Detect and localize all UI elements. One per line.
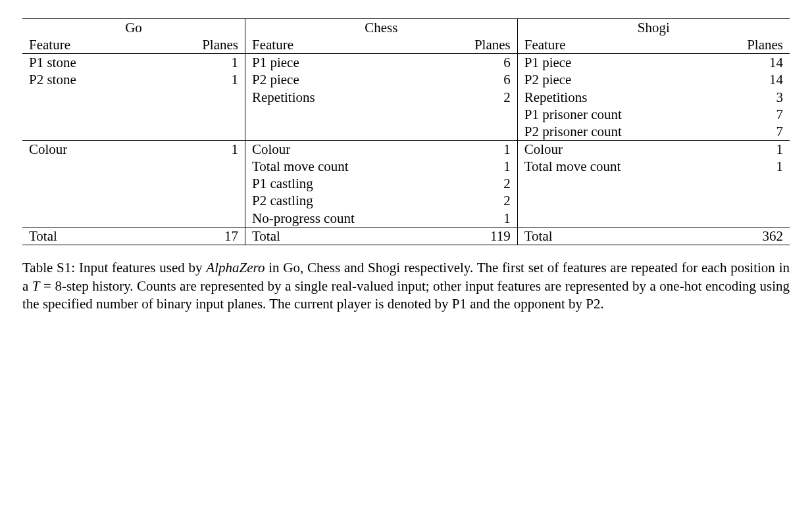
group-go: Go	[22, 19, 245, 37]
col-feature: Feature	[22, 36, 163, 54]
table-row: P2 stone1 P2 piece6 P2 piece14	[22, 71, 790, 88]
group-chess: Chess	[245, 19, 518, 37]
group-shogi: Shogi	[517, 19, 790, 37]
column-header-row: Feature Planes Feature Planes Feature Pl…	[22, 36, 790, 54]
alphazero-name: AlphaZero	[206, 260, 265, 275]
total-go: 17	[163, 227, 245, 245]
col-planes: Planes	[435, 36, 517, 54]
table-row: P2 prisoner count7	[22, 123, 790, 141]
feature-table: Go Chess Shogi Feature Planes Feature Pl…	[22, 18, 790, 245]
col-feature: Feature	[245, 36, 435, 54]
table-row: P2 castling2	[22, 192, 790, 209]
totals-row: Total17 Total119 Total362	[22, 227, 790, 245]
total-label: Total	[22, 227, 163, 245]
table-row: P1 stone1 P1 piece6 P1 piece14	[22, 54, 790, 72]
table-row: P1 prisoner count7	[22, 106, 790, 123]
table-row: Colour1 Colour1 Colour1	[22, 140, 790, 158]
table-caption: Table S1: Input features used by AlphaZe…	[22, 259, 790, 314]
table-row: No-progress count1	[22, 210, 790, 227]
total-chess: 119	[435, 227, 517, 245]
col-feature: Feature	[517, 36, 707, 54]
group-header-row: Go Chess Shogi	[22, 19, 790, 37]
table-row: P1 castling2	[22, 175, 790, 192]
total-label: Total	[517, 227, 707, 245]
total-label: Total	[245, 227, 435, 245]
math-T: T	[32, 278, 40, 294]
table-row: Repetitions2 Repetitions3	[22, 89, 790, 106]
col-planes: Planes	[163, 36, 245, 54]
table-row: Total move count1 Total move count1	[22, 158, 790, 175]
col-planes: Planes	[707, 36, 790, 54]
total-shogi: 362	[707, 227, 790, 245]
